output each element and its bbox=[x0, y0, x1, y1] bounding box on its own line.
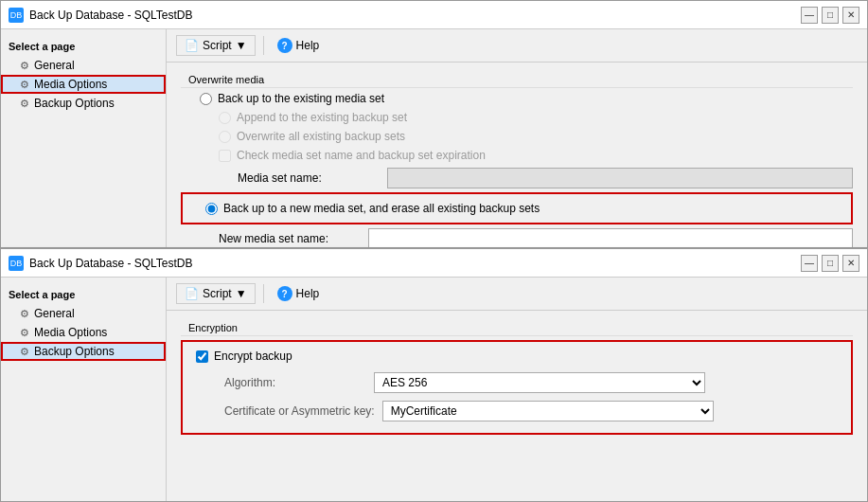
main-panel-1: 📄 Script ▼ ? Help Overwrite media Back u… bbox=[167, 29, 867, 247]
radio-existing-row: Back up to the existing media set bbox=[200, 90, 853, 107]
toolbar-2: 📄 Script ▼ ? Help bbox=[167, 278, 867, 311]
app-icon-2: DB bbox=[9, 256, 24, 271]
script-btn-1[interactable]: 📄 Script ▼ bbox=[176, 35, 256, 56]
encryption-section-label: Encryption bbox=[181, 320, 853, 336]
general-icon-2: ⚙ bbox=[20, 308, 29, 320]
cert-label: Certificate or Asymmetric key: bbox=[224, 404, 375, 418]
sidebar-item-backup-options-1[interactable]: ⚙ Backup Options bbox=[1, 94, 166, 113]
window-title-1: Back Up Database - SQLTestDB bbox=[29, 9, 193, 22]
radio-new-set-input[interactable] bbox=[205, 203, 218, 215]
sidebar-2: Select a page ⚙ General ⚙ Media Options … bbox=[1, 278, 167, 501]
content-area-2: Encryption Encrypt backup Algorithm: AES… bbox=[167, 311, 867, 448]
overwrite-section-label: Overwrite media bbox=[181, 72, 853, 88]
maximize-btn-1[interactable]: □ bbox=[822, 7, 839, 24]
algorithm-row: Algorithm: AES 128 AES 192 AES 256 Tripl… bbox=[224, 372, 847, 393]
sidebar-item-general-2[interactable]: ⚙ General bbox=[1, 304, 166, 323]
new-media-name-label: New media set name: bbox=[219, 232, 361, 245]
toolbar-divider-2 bbox=[263, 284, 264, 303]
media-icon-2: ⚙ bbox=[20, 327, 29, 339]
minimize-btn-1[interactable]: — bbox=[801, 7, 818, 24]
toolbar-divider-1 bbox=[263, 36, 264, 55]
help-icon-2: ? bbox=[277, 286, 292, 301]
window-title-2: Back Up Database - SQLTestDB bbox=[29, 257, 193, 270]
help-btn-1[interactable]: ? Help bbox=[272, 35, 326, 56]
minimize-btn-2[interactable]: — bbox=[801, 255, 818, 272]
script-icon-1: 📄 bbox=[185, 39, 199, 52]
radio-new-set-label[interactable]: Back up to a new media set, and erase al… bbox=[223, 202, 540, 215]
radio-overwrite-all-input[interactable] bbox=[219, 131, 231, 143]
help-icon-1: ? bbox=[277, 38, 292, 53]
window-controls-2: — □ ✕ bbox=[801, 255, 859, 272]
window-backup-options: DB Back Up Database - SQLTestDB — □ ✕ Se… bbox=[0, 248, 868, 502]
cert-select[interactable]: MyCertificate MyOtherCert bbox=[382, 401, 714, 421]
radio-append-row: Append to the existing backup set bbox=[219, 109, 853, 126]
title-left-1: DB Back Up Database - SQLTestDB bbox=[9, 8, 193, 23]
title-left-2: DB Back Up Database - SQLTestDB bbox=[9, 256, 193, 271]
close-btn-2[interactable]: ✕ bbox=[842, 255, 859, 272]
radio-new-set-row: Back up to a new media set, and erase al… bbox=[205, 200, 847, 217]
titlebar-1: DB Back Up Database - SQLTestDB — □ ✕ bbox=[1, 1, 867, 29]
algorithm-label: Algorithm: bbox=[224, 376, 366, 389]
checkbox-encrypt-input[interactable] bbox=[196, 350, 208, 363]
window-media-options: DB Back Up Database - SQLTestDB — □ ✕ Se… bbox=[0, 0, 868, 248]
toolbar-1: 📄 Script ▼ ? Help bbox=[167, 29, 867, 63]
script-dropdown-icon-2: ▼ bbox=[236, 287, 247, 300]
media-set-name-label: Media set name: bbox=[238, 171, 380, 185]
window-body-2: Select a page ⚙ General ⚙ Media Options … bbox=[1, 278, 867, 501]
encryption-box: Encrypt backup Algorithm: AES 128 AES 19… bbox=[181, 340, 853, 435]
radio-append-label: Append to the existing backup set bbox=[237, 111, 407, 124]
checkbox-encrypt-label[interactable]: Encrypt backup bbox=[214, 350, 292, 363]
sidebar-item-media-options-1[interactable]: ⚙ Media Options bbox=[1, 75, 166, 94]
script-btn-2[interactable]: 📄 Script ▼ bbox=[176, 283, 256, 304]
radio-existing-label[interactable]: Back up to the existing media set bbox=[218, 92, 384, 105]
main-panel-2: 📄 Script ▼ ? Help Encryption Encrypt bbox=[167, 278, 867, 501]
script-icon-2: 📄 bbox=[185, 287, 199, 300]
checkbox-check-media-row: Check media set name and backup set expi… bbox=[219, 147, 853, 164]
new-media-set-box: Back up to a new media set, and erase al… bbox=[181, 192, 853, 224]
algorithm-select[interactable]: AES 128 AES 192 AES 256 Triple DES 3KEY bbox=[374, 372, 705, 393]
radio-overwrite-all-label: Overwrite all existing backup sets bbox=[237, 130, 405, 143]
script-dropdown-icon-1: ▼ bbox=[236, 39, 247, 52]
radio-append-input[interactable] bbox=[219, 112, 231, 124]
window-body-1: Select a page ⚙ General ⚙ Media Options … bbox=[1, 29, 867, 247]
new-media-name-input[interactable] bbox=[368, 228, 853, 247]
sidebar-item-general-1[interactable]: ⚙ General bbox=[1, 56, 166, 75]
titlebar-2: DB Back Up Database - SQLTestDB — □ ✕ bbox=[1, 249, 867, 278]
radio-existing-input[interactable] bbox=[200, 93, 212, 105]
media-set-name-field: Media set name: bbox=[238, 168, 853, 188]
app-icon-1: DB bbox=[9, 8, 24, 23]
maximize-btn-2[interactable]: □ bbox=[822, 255, 839, 272]
cert-row: Certificate or Asymmetric key: MyCertifi… bbox=[224, 401, 847, 421]
close-btn-1[interactable]: ✕ bbox=[842, 7, 859, 24]
backup-icon-1: ⚙ bbox=[20, 98, 29, 110]
sidebar-1: Select a page ⚙ General ⚙ Media Options … bbox=[1, 29, 167, 247]
new-media-name-field: New media set name: bbox=[219, 228, 853, 247]
checkbox-encrypt-row: Encrypt backup bbox=[196, 348, 847, 365]
sidebar-item-backup-options-2[interactable]: ⚙ Backup Options bbox=[1, 342, 166, 361]
sidebar-header-1: Select a page bbox=[1, 37, 166, 56]
radio-overwrite-all-row: Overwrite all existing backup sets bbox=[219, 128, 853, 145]
media-set-name-input[interactable] bbox=[387, 168, 853, 188]
window-controls-1: — □ ✕ bbox=[801, 7, 859, 24]
content-area-1: Overwrite media Back up to the existing … bbox=[167, 63, 867, 247]
backup-icon-2: ⚙ bbox=[20, 346, 29, 358]
help-btn-2[interactable]: ? Help bbox=[272, 283, 326, 304]
sidebar-header-2: Select a page bbox=[1, 285, 166, 304]
general-icon-1: ⚙ bbox=[20, 60, 29, 72]
checkbox-check-media-label: Check media set name and backup set expi… bbox=[237, 149, 486, 162]
checkbox-check-media-input[interactable] bbox=[219, 150, 231, 162]
sidebar-item-media-options-2[interactable]: ⚙ Media Options bbox=[1, 323, 166, 342]
media-icon-1: ⚙ bbox=[20, 79, 29, 91]
